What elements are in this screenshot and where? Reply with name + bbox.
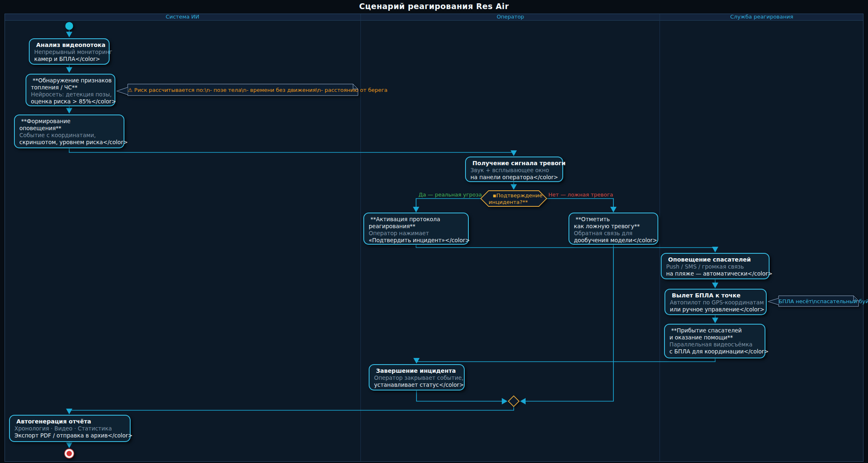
edge-arrival-close xyxy=(416,358,715,363)
edge-close-merge xyxy=(416,391,507,401)
node-uav-dispatch: Вылет БПЛА к точке Автопилот по GPS-коор… xyxy=(664,289,767,315)
start-node xyxy=(66,22,73,30)
branch-label-yes: Да — реальная угроза xyxy=(419,192,482,198)
branch-label-no: Нет — ложная тревога xyxy=(548,192,613,198)
edge-merge-report xyxy=(69,407,514,414)
node-video-analysis: Анализ видеопотока Непрерывный мониторин… xyxy=(29,38,110,65)
node-protocol-activation: **Активация протокола реагирования** Опе… xyxy=(363,213,469,245)
edge-decision-activate xyxy=(416,199,481,212)
edge-alertform-receive xyxy=(69,148,514,155)
decision-label: ▪Подтверждение инцидента?** xyxy=(489,192,542,205)
merge-diamond xyxy=(508,396,519,407)
edge-falsealarm-merge xyxy=(521,245,613,401)
edge-activate-notify xyxy=(416,245,715,252)
activity-diagram-page: { "title": "Сценарий реагирования Res Ai… xyxy=(0,0,868,463)
note-uav-buoy: БПЛА несёт\nспасательный буй xyxy=(779,298,859,304)
note-risk-calculation: ⚠ Риск рассчитывается по:\n- позе тела\n… xyxy=(128,87,358,93)
node-alert-formation: **Формирование оповещения** Событие с ко… xyxy=(14,115,124,148)
node-rescuer-notification: Оповещение спасателей Push / SMS / громк… xyxy=(661,253,770,279)
end-node xyxy=(65,449,74,458)
node-rescuer-arrival: **Прибытие спасателей и оказание помощи*… xyxy=(664,324,765,358)
node-report-generation: Автогенерация отчёта Хронология · Видео … xyxy=(9,415,131,442)
node-drowning-detection: **Обнаружение признаков топления / ЧС** … xyxy=(26,74,115,106)
node-false-alarm: **Отметить как ложную тревогу** Обратная… xyxy=(569,213,658,245)
edge-decision-falsealarm xyxy=(547,199,613,212)
node-incident-closure: Завершение инцидента Оператор закрывает … xyxy=(369,364,465,391)
node-alarm-received: Получение сигнала тревоги Звук + всплыва… xyxy=(465,157,563,182)
